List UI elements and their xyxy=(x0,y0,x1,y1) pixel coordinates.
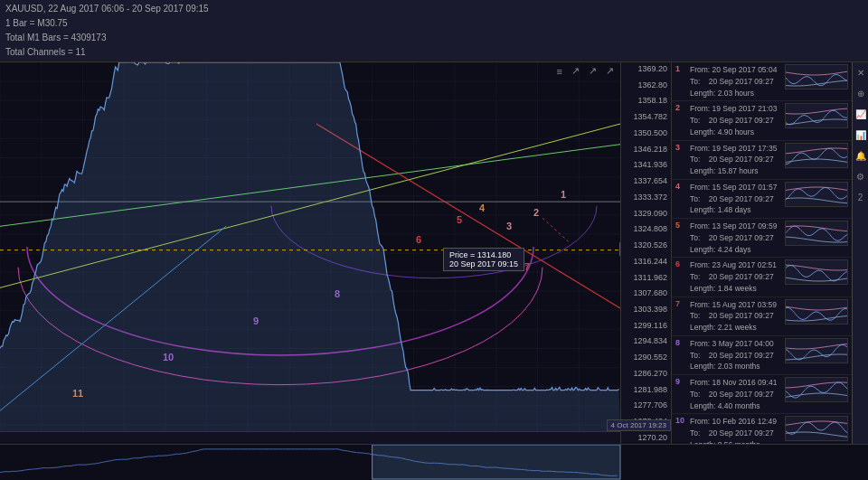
channel-thumb-6 xyxy=(785,259,848,285)
chart-title: XAUUSD, 22 Aug 2017 06:06 - 20 Sep 2017 … xyxy=(5,2,863,16)
price-label-15: 1303.398 xyxy=(623,305,669,314)
channel-num-1: 1 xyxy=(675,64,686,73)
channel-detail-3: From: 19 Sep 2017 17:35To: 20 Sep 2017 0… xyxy=(690,143,781,177)
close-icon[interactable]: ✕ xyxy=(855,66,866,80)
channel-item-8: 8From: 3 May 2017 04:00To: 20 Sep 2017 0… xyxy=(672,336,852,375)
channel-thumb-2 xyxy=(785,103,848,128)
channel-item-7: 7From: 15 Aug 2017 03:59To: 20 Sep 2017 … xyxy=(672,297,852,336)
channel-item-2: 2From: 19 Sep 2017 21:03To: 20 Sep 2017 … xyxy=(672,101,852,140)
price-tooltip: Price = 1314.180 20 Sep 2017 09:15 xyxy=(443,248,524,271)
channel-detail-2: From: 19 Sep 2017 21:03To: 20 Sep 2017 0… xyxy=(690,103,781,137)
bar-info: 1 Bar = M30.75 xyxy=(5,16,863,31)
price-label-4: 1350.500 xyxy=(623,128,669,137)
channel-detail-10: From: 10 Feb 2016 12:49To: 20 Sep 2017 0… xyxy=(690,416,781,444)
header: XAUUSD, 22 Aug 2017 06:06 - 20 Sep 2017 … xyxy=(0,0,868,62)
price-scale: 1369.201362.801358.181354.7821350.500134… xyxy=(620,62,671,444)
channel-detail-6: From: 23 Aug 2017 02:51To: 20 Sep 2017 0… xyxy=(690,259,781,294)
toolbar-btn-2[interactable]: ↗ xyxy=(569,64,582,78)
channel-thumb-3 xyxy=(785,143,848,168)
channel-thumb-5 xyxy=(785,221,848,246)
channel-num-7: 7 xyxy=(675,299,686,308)
app: XAUUSD, 22 Aug 2017 06:06 - 20 Sep 2017 … xyxy=(0,0,868,480)
toolbar-btn-1[interactable]: ≡ xyxy=(554,64,565,78)
channel-item-4: 4From: 15 Sep 2017 01:57To: 20 Sep 2017 … xyxy=(672,180,852,219)
channel-thumb-10 xyxy=(785,416,848,441)
channel-detail-4: From: 15 Sep 2017 01:57To: 20 Sep 2017 0… xyxy=(690,182,781,216)
price-label-0: 1369.20 xyxy=(623,64,669,73)
date-badge: 4 Oct 2017 19:23 xyxy=(607,419,671,431)
channel-num-4: 4 xyxy=(675,182,686,191)
price-label-11: 1320.526 xyxy=(623,240,669,249)
channel-detail-5: From: 13 Sep 2017 09:59To: 20 Sep 2017 0… xyxy=(690,221,781,255)
chart-canvas xyxy=(0,62,671,444)
main-area: Price = 1314.180 20 Sep 2017 09:15 ≡ ↗ ↗… xyxy=(0,62,868,444)
line-chart-icon[interactable]: 📈 xyxy=(854,108,868,121)
toolbar-btn-3[interactable]: ↗ xyxy=(586,64,599,78)
channel-thumb-9 xyxy=(785,377,848,402)
toolbar: ≡ ↗ ↗ ↗ xyxy=(554,64,617,78)
channel-num-8: 8 xyxy=(675,338,686,347)
price-label-12: 1316.244 xyxy=(623,257,669,266)
channel-num-5: 5 xyxy=(675,221,686,230)
zoom-icon[interactable]: ⊕ xyxy=(855,87,866,100)
channel-thumb-1 xyxy=(785,64,848,89)
price-label-1: 1362.80 xyxy=(623,80,669,89)
price-label-5: 1346.218 xyxy=(623,145,669,154)
price-label-13: 1311.962 xyxy=(623,273,669,282)
channel-num-2: 2 xyxy=(675,103,686,112)
channel-detail-7: From: 15 Aug 2017 03:59To: 20 Sep 2017 0… xyxy=(690,299,781,334)
toolbar-btn-4[interactable]: ↗ xyxy=(603,64,617,78)
total-bars: Total M1 Bars = 4309173 xyxy=(5,31,863,45)
channel-item-10: 10From: 10 Feb 2016 12:49To: 20 Sep 2017… xyxy=(672,414,852,444)
price-label-19: 1286.270 xyxy=(623,369,669,378)
total-channels: Total Channels = 11 xyxy=(5,45,863,60)
bottom-time-axis xyxy=(0,431,620,444)
price-label-10: 1324.808 xyxy=(623,224,669,233)
price-label-2: 1358.18 xyxy=(623,96,669,105)
price-label-3: 1354.782 xyxy=(623,112,669,121)
gear-icon[interactable]: ⚙ xyxy=(854,170,866,184)
channel-detail-1: From: 20 Sep 2017 05:04To: 20 Sep 2017 0… xyxy=(690,64,781,99)
price-label-9: 1329.090 xyxy=(623,209,669,218)
channel-panel: 1From: 20 Sep 2017 05:04To: 20 Sep 2017 … xyxy=(671,62,852,444)
chart-area[interactable]: Price = 1314.180 20 Sep 2017 09:15 ≡ ↗ ↗… xyxy=(0,62,671,444)
bottom-navigator[interactable] xyxy=(0,444,868,480)
channel-num-3: 3 xyxy=(675,143,686,152)
channel-thumb-7 xyxy=(785,299,848,325)
channel-num-6: 6 xyxy=(675,259,686,268)
channel-item-3: 3From: 19 Sep 2017 17:35To: 20 Sep 2017 … xyxy=(672,141,852,180)
price-label-6: 1341.936 xyxy=(623,160,669,169)
right-icon-panel: ✕ ⊕ 📈 📊 🔔 ⚙ 2 xyxy=(852,62,868,444)
price-label-7: 1337.654 xyxy=(623,176,669,185)
price-label-14: 1307.680 xyxy=(623,288,669,297)
channel-thumb-8 xyxy=(785,338,848,363)
price-label-8: 1333.372 xyxy=(623,193,669,202)
channel-num-10: 10 xyxy=(675,416,686,425)
alert-icon[interactable]: 🔔 xyxy=(854,149,868,163)
channel-item-5: 5From: 13 Sep 2017 09:59To: 20 Sep 2017 … xyxy=(672,219,852,258)
bar-chart-icon[interactable]: 📊 xyxy=(854,128,868,142)
channel-item-1: 1From: 20 Sep 2017 05:04To: 20 Sep 2017 … xyxy=(672,62,852,101)
bottom-nav-canvas xyxy=(0,445,671,480)
channel-item-9: 9From: 18 Nov 2016 09:41To: 20 Sep 2017 … xyxy=(672,375,852,414)
price-label-23: 1270.20 xyxy=(623,433,669,442)
channel-thumb-4 xyxy=(785,182,848,207)
price-label-17: 1294.834 xyxy=(623,336,669,345)
channel-detail-8: From: 3 May 2017 04:00To: 20 Sep 2017 09… xyxy=(690,338,781,372)
channel-item-6: 6From: 23 Aug 2017 02:51To: 20 Sep 2017 … xyxy=(672,258,852,296)
price-label-21: 1277.706 xyxy=(623,400,669,409)
channel-num-9: 9 xyxy=(675,377,686,386)
price-label-18: 1290.552 xyxy=(623,353,669,362)
price-label-20: 1281.988 xyxy=(623,385,669,394)
layer-icon[interactable]: 2 xyxy=(856,191,865,204)
price-label-16: 1299.116 xyxy=(623,321,669,330)
channel-detail-9: From: 18 Nov 2016 09:41To: 20 Sep 2017 0… xyxy=(690,377,781,411)
